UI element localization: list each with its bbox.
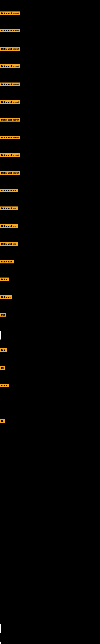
badge-19: Bott	[0, 348, 7, 353]
badge-1: Bottleneck result	[0, 12, 20, 16]
bottleneck-label: Bottleneck result	[0, 64, 20, 68]
vertical-line-3	[0, 642, 1, 644]
bottleneck-label: Bottleneck result	[0, 171, 20, 175]
vertical-line-2	[0, 624, 1, 633]
badge-2: Bottleneck result	[0, 29, 20, 33]
badge-17: Bottlenec	[0, 295, 12, 300]
badge-22: Bo	[0, 419, 5, 424]
bottleneck-label: Bottleneck result	[0, 82, 20, 86]
bottleneck-label: Bott	[0, 348, 7, 352]
bottleneck-label: Bottleneck result	[0, 47, 20, 51]
badge-15: Bottleneck	[0, 260, 14, 264]
badge-11: Bottleneck res	[0, 189, 18, 193]
site-title	[0, 1, 100, 3]
badge-18: Bot	[0, 313, 6, 317]
bottleneck-label: Bo	[0, 419, 5, 423]
bottleneck-label: Bottle	[0, 384, 9, 388]
badge-5: Bottleneck result	[0, 82, 20, 87]
badge-10: Bottleneck result	[0, 171, 20, 176]
badge-3: Bottleneck result	[0, 47, 20, 52]
vertical-line-1	[0, 331, 1, 340]
badge-9: Bottleneck result	[0, 153, 20, 158]
badge-4: Bottleneck result	[0, 64, 20, 69]
badge-20: Bo	[0, 366, 5, 370]
bottleneck-label: Bottleneck result	[0, 118, 20, 122]
bottleneck-label: Bottleneck res	[0, 224, 18, 228]
badge-12: Bottleneck res	[0, 206, 18, 211]
bottleneck-label: Bottleneck result	[0, 12, 20, 15]
bottleneck-label: Bottle	[0, 278, 9, 281]
bottleneck-label: Bo	[0, 366, 5, 370]
badge-14: Bottleneck res	[0, 242, 18, 246]
bottleneck-label: Bottleneck result	[0, 136, 20, 139]
bottleneck-label: Bottleneck res	[0, 206, 18, 210]
bottleneck-label: Bottleneck result	[0, 153, 20, 157]
badge-13: Bottleneck res	[0, 224, 18, 228]
bottleneck-label: Bottleneck res	[0, 242, 18, 246]
badge-16: Bottle	[0, 278, 9, 282]
badge-7: Bottleneck result	[0, 118, 20, 122]
bottleneck-label: Bot	[0, 313, 6, 316]
badge-21: Bottle	[0, 384, 9, 388]
bottleneck-label: Bottleneck res	[0, 189, 18, 192]
bottleneck-label: Bottleneck	[0, 260, 14, 264]
badge-6: Bottleneck result	[0, 100, 20, 105]
bottleneck-label: Bottlenec	[0, 295, 12, 299]
bottleneck-label: Bottleneck result	[0, 100, 20, 104]
bottleneck-label: Bottleneck result	[0, 29, 20, 32]
badge-8: Bottleneck result	[0, 136, 20, 140]
